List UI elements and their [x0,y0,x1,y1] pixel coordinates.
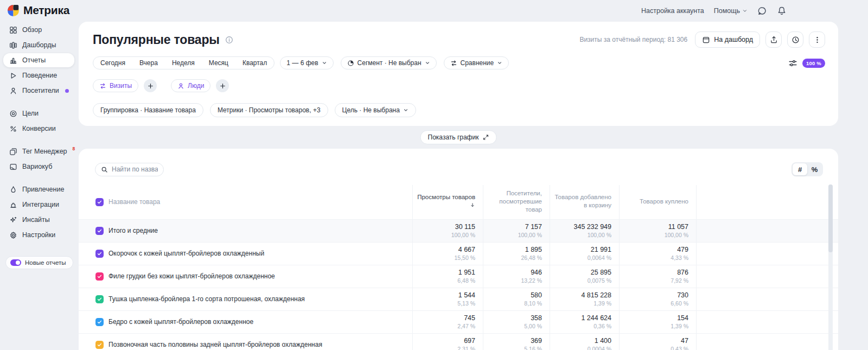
table-body: Итого и средние30 115100,00 %7 157100,00… [79,219,838,350]
integrations-icon [9,200,17,209]
metric-value: 1 895 [525,246,542,253]
product-name[interactable]: Тушка цыпленка-бройлера 1-го сорта потро… [108,295,305,303]
chat-icon[interactable] [757,6,767,16]
metric-value: 1 951 [458,269,475,276]
table-scrollbar[interactable] [828,184,833,350]
sidebar-item-goals[interactable]: Цели [3,106,74,120]
select-all-checkbox[interactable] [95,198,104,206]
search-input[interactable] [112,166,158,173]
product-name[interactable]: Окорочок с кожей цыплят-бройлеров охлажд… [108,250,264,257]
row-checkbox[interactable] [95,272,104,281]
row-checkbox[interactable] [95,227,104,235]
period-tab-4[interactable]: Квартал [235,57,274,69]
report-header-card: Популярные товары Визиты за отчётный пер… [79,22,838,126]
topbar-right: Настройка аккаунта Помощь [641,0,787,22]
table-header-row: Название товараПросмотры товаровПосетите… [79,185,838,219]
sidebar: ОбзорДашбордыОтчетыПоведениеПосетителиЦе… [0,22,79,350]
add-people-metric-button[interactable] [216,79,229,92]
sampling-badge[interactable]: 100 % [802,59,825,68]
export-button[interactable] [765,31,782,48]
sidebar-item-acquisition[interactable]: Привлечение [3,182,74,196]
check-icon [97,200,102,205]
period-tab-2[interactable]: Неделя [165,57,202,69]
header-filler [696,185,838,219]
metric-cell: 1 4000,0004 % [550,334,619,350]
metric-percent: 1,39 % [593,300,611,307]
metric-cell: 7452,47 % [412,311,483,333]
sidebar-item-overview[interactable]: Обзор [3,23,74,37]
new-reports-toggle[interactable]: Новые отчеты [5,256,73,269]
row-filler [696,243,838,265]
product-name[interactable]: Итого и средние [108,227,158,234]
compare-pill[interactable]: Сравнение [444,56,509,69]
row-checkbox[interactable] [95,295,104,303]
sidebar-item-label: Дашборды [22,41,56,49]
bell-icon[interactable] [777,6,787,16]
product-name[interactable]: Бедро с кожей цыплят-бройлеров охлажденн… [108,318,253,326]
row-filler [696,288,838,310]
metric-percent: 8,10 % [524,300,542,307]
sidebar-item-reports[interactable]: Отчеты [3,53,74,67]
period-tab-1[interactable]: Вчера [132,57,165,69]
date-range-label: 1 — 6 фев [286,59,318,67]
sidebar-item-conversions[interactable]: Конверсии [3,122,74,136]
metric-percent: 5,00 % [524,323,542,329]
format-toggle-number[interactable]: # [793,163,807,175]
help-menu[interactable]: Помощь [714,7,748,15]
sidebar-item-integrations[interactable]: Интеграции [3,198,74,212]
sidebar-item-settings[interactable]: Настройки [3,228,74,242]
metric-value: 345 232 949 [573,223,611,231]
sidebar-group: ПривлечениеИнтеграцииИнсайтыНастройки [0,182,79,242]
metric-value: 7 157 [525,223,542,231]
sliders-icon[interactable] [788,59,797,68]
to-dashboard-button[interactable]: На дашборд [695,31,760,48]
row-checkbox[interactable] [95,250,104,258]
sidebar-item-insights[interactable]: Инсайты [3,213,74,227]
table-search[interactable] [95,163,164,176]
metric-percent: 0,0004 % [588,346,611,350]
sidebar-item-behavior[interactable]: Поведение [3,68,74,82]
config-pill-metrics[interactable]: Метрики · Просмотры товаров, +3 [210,103,328,117]
metric-value: 580 [531,291,542,299]
config-pill-label: Группировка · Название товара [100,106,196,114]
sidebar-item-tag-manager[interactable]: Тег Менеджер8 [3,144,74,158]
row-checkbox[interactable] [95,341,104,349]
segment-pill[interactable]: Сегмент · Не выбран [341,56,437,69]
column-header-4[interactable]: Товаров куплено [619,185,696,219]
metric-pill-people[interactable]: Люди [171,79,210,92]
period-tab-0[interactable]: Сегодня [93,57,132,69]
metric-pill-visits[interactable]: Визиты [93,79,138,92]
info-icon[interactable] [225,36,233,44]
metrika-logo[interactable]: Метрика [8,4,69,17]
sidebar-group: ЦелиКонверсии [0,106,79,136]
date-range-pill[interactable]: 1 — 6 фев [280,56,333,69]
sidebar-item-variocube[interactable]: Вариокуб [3,160,74,174]
format-toggle-percent[interactable]: % [807,163,822,175]
main: Популярные товары Визиты за отчётный пер… [79,22,838,350]
column-header-2[interactable]: Посетители, посмотревшие товар [483,185,550,219]
kebab-icon [813,36,821,44]
metric-cell: 3695,16 % [483,334,550,350]
column-header-3[interactable]: Товаров добавлено в корзину [550,185,619,219]
show-chart-button[interactable]: Показать график [420,130,497,144]
config-pill-grouping[interactable]: Группировка · Название товара [93,103,203,117]
column-header-name[interactable]: Название товара [79,185,412,219]
sidebar-item-dashboards[interactable]: Дашборды [3,38,74,52]
toggle-on-icon [10,259,21,266]
sidebar-item-visitors[interactable]: Посетители [3,84,74,98]
config-pill-goal[interactable]: Цель · Не выбрана [335,103,416,117]
scrollbar-thumb[interactable] [828,184,833,252]
row-checkbox[interactable] [95,318,104,326]
period-tab-3[interactable]: Месяц [202,57,235,69]
add-metric-button[interactable] [144,79,157,92]
conversions-icon [9,124,17,133]
account-settings-link[interactable]: Настройка аккаунта [641,7,704,15]
history-button[interactable] [787,31,803,48]
column-header-label: Посетители, посмотревшие товар [487,189,542,214]
tag-manager-icon [9,147,17,156]
metric-cell: 30 115100,00 % [412,220,483,242]
product-name[interactable]: Позвоночная часть половины задней цыплят… [108,341,322,348]
product-name[interactable]: Филе грудки без кожи цыплят-бройлеров ох… [108,272,275,280]
more-actions-button[interactable] [809,31,825,48]
column-header-1[interactable]: Просмотры товаров [412,185,483,219]
